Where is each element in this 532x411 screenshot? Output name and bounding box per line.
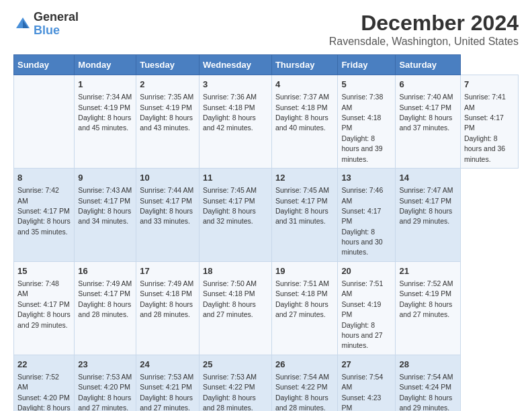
day-number: 15: [17, 265, 71, 277]
sunrise-info: Sunrise: 7:52 AM: [17, 373, 59, 391]
calendar-cell: 10Sunrise: 7:44 AMSunset: 4:17 PMDayligh…: [136, 168, 200, 261]
sunrise-info: Sunrise: 7:54 AM: [399, 373, 453, 381]
day-number: 8: [17, 172, 71, 184]
sunrise-info: Sunrise: 7:45 AM: [275, 186, 329, 194]
week-row-2: 8Sunrise: 7:42 AMSunset: 4:17 PMDaylight…: [14, 168, 519, 261]
day-number: 12: [275, 172, 334, 184]
logo: General Blue: [13, 11, 79, 38]
day-number: 28: [399, 359, 456, 371]
sunset-info: Sunset: 4:18 PM: [275, 289, 328, 298]
daylight-info: Daylight: 8 hours and 35 minutes.: [17, 217, 71, 235]
sunset-info: Sunset: 4:18 PM: [275, 103, 328, 111]
sunrise-info: Sunrise: 7:43 AM: [78, 186, 132, 194]
daylight-info: Daylight: 8 hours and 27 minutes.: [399, 300, 452, 318]
daylight-info: Daylight: 8 hours and 42 minutes.: [203, 113, 256, 132]
daylight-info: Daylight: 8 hours and 27 minutes.: [275, 300, 328, 318]
daylight-info: Daylight: 8 hours and 32 minutes.: [203, 207, 256, 225]
daylight-info: Daylight: 8 hours and 28 minutes.: [78, 300, 131, 318]
main-title: December 2024: [329, 11, 519, 36]
calendar-cell: 12Sunrise: 7:45 AMSunset: 4:17 PMDayligh…: [271, 168, 337, 261]
sunset-info: Sunset: 4:20 PM: [17, 394, 70, 402]
sunset-info: Sunset: 4:18 PM: [341, 113, 381, 132]
subtitle: Ravensdale, Washington, United States: [329, 36, 519, 48]
day-number: 26: [275, 359, 334, 371]
day-number: 9: [78, 172, 132, 184]
day-number: 18: [203, 265, 268, 277]
day-number: 25: [203, 359, 268, 371]
sunset-info: Sunset: 4:22 PM: [203, 383, 255, 391]
sunrise-info: Sunrise: 7:51 AM: [275, 279, 329, 287]
daylight-info: Daylight: 8 hours and 27 minutes.: [17, 404, 71, 411]
daylight-info: Daylight: 8 hours and 28 minutes.: [275, 394, 328, 411]
sunset-info: Sunset: 4:18 PM: [203, 289, 255, 298]
sunset-info: Sunset: 4:17 PM: [341, 207, 381, 225]
calendar-cell: 6Sunrise: 7:40 AMSunset: 4:17 PMDaylight…: [396, 75, 460, 169]
calendar-cell: 9Sunrise: 7:43 AMSunset: 4:17 PMDaylight…: [75, 168, 136, 261]
sunrise-info: Sunrise: 7:35 AM: [140, 93, 193, 101]
day-number: 2: [140, 79, 195, 91]
calendar-cell: 16Sunrise: 7:49 AMSunset: 4:17 PMDayligh…: [75, 261, 136, 355]
header-cell-wednesday: Wednesday: [199, 55, 271, 75]
sunrise-info: Sunrise: 7:53 AM: [140, 373, 193, 381]
sunrise-info: Sunrise: 7:54 AM: [275, 373, 329, 381]
sunrise-info: Sunrise: 7:54 AM: [341, 373, 383, 391]
calendar-cell: 5Sunrise: 7:38 AMSunset: 4:18 PMDaylight…: [338, 75, 396, 169]
calendar-cell: 8Sunrise: 7:42 AMSunset: 4:17 PMDaylight…: [14, 168, 75, 261]
day-number: 19: [275, 265, 334, 277]
day-number: 4: [275, 79, 334, 91]
sunrise-info: Sunrise: 7:34 AM: [78, 93, 132, 101]
calendar-cell: 26Sunrise: 7:54 AMSunset: 4:22 PMDayligh…: [271, 355, 337, 411]
sunrise-info: Sunrise: 7:49 AM: [78, 279, 132, 287]
sunset-info: Sunset: 4:17 PM: [203, 197, 255, 205]
day-number: 10: [140, 172, 195, 184]
sunset-info: Sunset: 4:19 PM: [341, 300, 381, 318]
day-number: 13: [341, 172, 392, 184]
daylight-info: Daylight: 8 hours and 27 minutes.: [140, 394, 193, 411]
calendar-cell: 15Sunrise: 7:48 AMSunset: 4:17 PMDayligh…: [14, 261, 75, 355]
calendar-cell: 2Sunrise: 7:35 AMSunset: 4:19 PMDaylight…: [136, 75, 200, 169]
daylight-info: Daylight: 8 hours and 29 minutes.: [399, 207, 452, 225]
calendar-cell: 20Sunrise: 7:51 AMSunset: 4:19 PMDayligh…: [338, 261, 396, 355]
sunset-info: Sunset: 4:19 PM: [399, 289, 451, 298]
daylight-info: Daylight: 8 hours and 29 minutes.: [399, 394, 452, 411]
sunset-info: Sunset: 4:17 PM: [399, 197, 451, 205]
logo-icon: [13, 15, 32, 34]
sunrise-info: Sunrise: 7:45 AM: [203, 186, 257, 194]
day-number: 6: [399, 79, 456, 91]
sunrise-info: Sunrise: 7:42 AM: [17, 186, 59, 204]
daylight-info: Daylight: 8 hours and 45 minutes.: [78, 113, 131, 132]
week-row-4: 22Sunrise: 7:52 AMSunset: 4:20 PMDayligh…: [14, 355, 519, 411]
daylight-info: Daylight: 8 hours and 28 minutes.: [140, 300, 193, 318]
week-row-3: 15Sunrise: 7:48 AMSunset: 4:17 PMDayligh…: [14, 261, 519, 355]
header-cell-friday: Friday: [338, 55, 396, 75]
sunset-info: Sunset: 4:17 PM: [399, 103, 451, 111]
logo-general: General: [34, 11, 79, 24]
day-number: 3: [203, 79, 268, 91]
sunrise-info: Sunrise: 7:48 AM: [17, 279, 59, 298]
day-number: 21: [399, 265, 456, 277]
sunset-info: Sunset: 4:17 PM: [78, 197, 130, 205]
calendar-cell: 19Sunrise: 7:51 AMSunset: 4:18 PMDayligh…: [271, 261, 337, 355]
calendar-cell: 3Sunrise: 7:36 AMSunset: 4:18 PMDaylight…: [199, 75, 271, 169]
daylight-info: Daylight: 8 hours and 29 minutes.: [17, 310, 71, 328]
day-number: 16: [78, 265, 132, 277]
sunrise-info: Sunrise: 7:53 AM: [78, 373, 132, 381]
calendar-cell: 4Sunrise: 7:37 AMSunset: 4:18 PMDaylight…: [271, 75, 337, 169]
sunrise-info: Sunrise: 7:44 AM: [140, 186, 193, 194]
daylight-info: Daylight: 8 hours and 27 minutes.: [341, 321, 382, 350]
daylight-info: Daylight: 8 hours and 34 minutes.: [78, 207, 131, 225]
day-number: 11: [203, 172, 268, 184]
calendar-cell: 17Sunrise: 7:49 AMSunset: 4:18 PMDayligh…: [136, 261, 200, 355]
sunrise-info: Sunrise: 7:38 AM: [341, 93, 383, 111]
day-number: 27: [341, 359, 392, 371]
sunset-info: Sunset: 4:17 PM: [140, 197, 192, 205]
daylight-info: Daylight: 8 hours and 27 minutes.: [78, 394, 131, 411]
day-number: 14: [399, 172, 456, 184]
logo-blue: Blue: [34, 24, 79, 38]
sunset-info: Sunset: 4:21 PM: [140, 383, 192, 391]
calendar-cell: 25Sunrise: 7:53 AMSunset: 4:22 PMDayligh…: [199, 355, 271, 411]
sunset-info: Sunset: 4:18 PM: [203, 103, 255, 111]
calendar-cell: 13Sunrise: 7:46 AMSunset: 4:17 PMDayligh…: [338, 168, 396, 261]
calendar-cell: 7Sunrise: 7:41 AMSunset: 4:17 PMDaylight…: [460, 75, 518, 169]
day-number: 24: [140, 359, 195, 371]
